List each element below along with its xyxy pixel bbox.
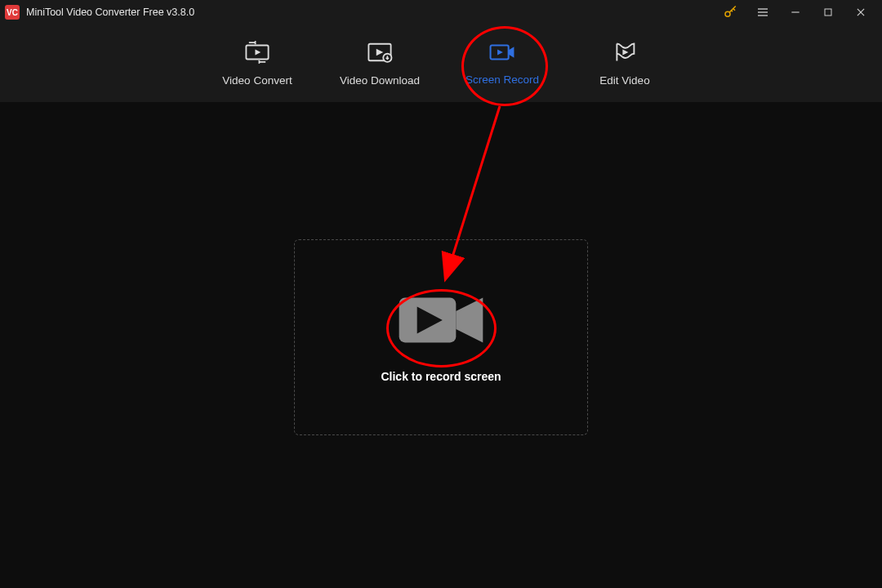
app-title: MiniTool Video Converter Free v3.8.0 [26, 7, 194, 18]
tab-label: Screen Record [466, 74, 539, 86]
record-dropzone[interactable]: Click to record screen [294, 239, 588, 435]
content-area: Click to record screen [0, 102, 882, 588]
hamburger-menu-icon[interactable] [746, 0, 779, 24]
tab-video-convert[interactable]: Video Convert [196, 24, 318, 102]
main-tabs: Video Convert Video Download [0, 24, 882, 102]
tab-label: Video Convert [222, 75, 292, 87]
svg-marker-9 [255, 49, 261, 55]
svg-marker-15 [622, 49, 628, 55]
minimize-button[interactable] [779, 0, 812, 24]
app-logo-icon: VC [5, 5, 20, 20]
tab-video-download[interactable]: Video Download [318, 24, 441, 102]
convert-icon [243, 41, 271, 64]
tab-label: Edit Video [599, 75, 649, 87]
maximize-button[interactable] [812, 0, 844, 24]
title-bar: VC MiniTool Video Converter Free v3.8.0 [0, 0, 882, 24]
svg-marker-11 [376, 49, 384, 56]
upgrade-key-icon[interactable] [714, 0, 746, 24]
edit-icon [612, 41, 637, 64]
svg-marker-14 [497, 49, 503, 55]
tab-label: Video Download [340, 75, 420, 87]
app-logo-text: VC [7, 8, 18, 17]
tab-screen-record[interactable]: Screen Record [441, 24, 564, 102]
svg-rect-5 [825, 9, 831, 16]
window-controls [714, 0, 877, 24]
record-cta-label: Click to record screen [381, 370, 501, 383]
app-window: VC MiniTool Video Converter Free v3.8.0 [0, 0, 882, 588]
download-icon [366, 41, 394, 64]
record-icon [488, 42, 516, 63]
camera-play-icon [396, 292, 486, 352]
close-button[interactable] [844, 0, 877, 24]
tab-edit-video[interactable]: Edit Video [564, 24, 686, 102]
